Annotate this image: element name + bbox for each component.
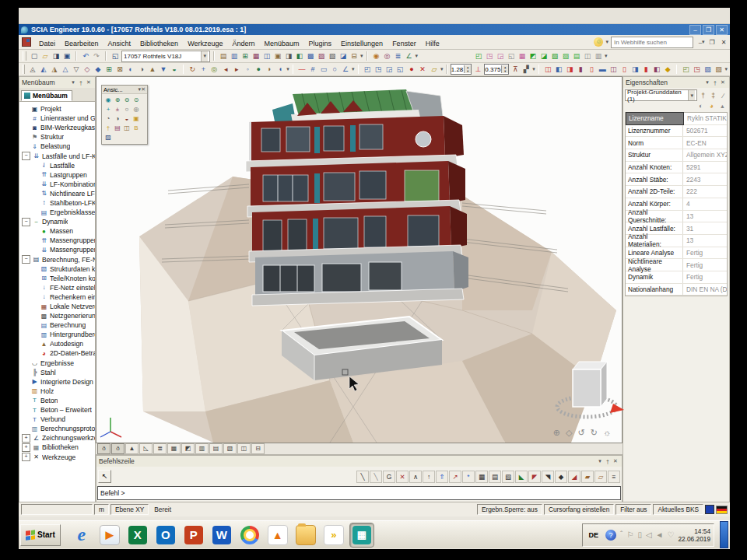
tree-item[interactable]: ⊞ Teile/Knoten koppeln [19,274,95,283]
modeling-toolbar-icon[interactable]: ⊞ [103,65,114,75]
tree-item[interactable]: ⇅ Nichtlineare LF-Komb [19,189,95,198]
snap-mode-icon[interactable]: ╲ [356,471,369,483]
load-toolbar-icon[interactable]: ◫ [542,65,553,75]
tree-item[interactable]: ⇊ Massengruppen-Kon [19,245,95,254]
menu-item[interactable]: Werkzeuge [183,38,227,49]
start-button[interactable]: Start [20,524,61,546]
toolbar-overflow-icon[interactable]: ▾ [286,66,289,72]
modeling-toolbar-icon[interactable]: ◐ [125,65,136,75]
view-tab-icon[interactable]: ▤ [209,443,223,454]
property-row[interactable]: Lizenzname Rykln STATIK [626,113,727,125]
tree-expander[interactable] [31,322,38,329]
result-display-icon[interactable]: ◪ [538,51,549,61]
tree-item[interactable]: ↕ Stahlbeton-LFK [19,198,95,208]
undo-redo-icon[interactable]: ↶ [80,51,91,61]
library-toolbar-icon[interactable]: ▩ [305,51,316,61]
property-value[interactable]: 31 [683,225,727,233]
property-row[interactable]: Anzahl Knoten: 5291 [626,162,727,174]
modeling-toolbar-icon[interactable]: ▽ [71,65,82,75]
panel-close-icon[interactable]: ✕ [719,79,727,86]
tree-item[interactable]: ▩ Netzgenerierung [19,311,95,320]
taskbar-app-icon[interactable]: ▶ [98,523,121,547]
tree-expander[interactable] [22,397,29,404]
web-help-search-input[interactable] [612,39,702,46]
tree-expander[interactable]: − [22,152,30,160]
property-group-selector[interactable]: Projekt-Grunddaten (1) ▾ [625,89,697,101]
menu-item[interactable]: Datei [34,38,60,49]
result-display-icon[interactable]: ◩ [528,51,538,61]
tree-expander[interactable] [22,106,29,113]
tree-expander[interactable] [31,190,38,197]
snap-mode-icon[interactable]: ◥ [542,471,554,483]
toolbar-overflow-icon[interactable]: ▾ [440,66,444,72]
property-tool-icon[interactable]: ∕ [719,92,728,100]
viewport-nav-icon[interactable]: ↻ [591,428,598,438]
toolbar-grip[interactable] [23,65,25,74]
menu-item[interactable]: Menübaum [260,38,304,49]
snap-mode-icon[interactable]: ▧ [502,471,514,483]
library-toolbar-icon[interactable]: ◫ [261,51,272,61]
view-tab-icon[interactable]: ◩ [181,443,195,454]
minimize-button[interactable]: – [689,25,701,35]
property-tool-icon[interactable]: † [699,92,707,100]
panel-dropdown-icon[interactable]: ▾ [596,458,604,464]
property-value[interactable]: 5291 [683,163,727,171]
load-toolbar-icon[interactable]: ▮ [640,65,651,75]
view-tool-icon[interactable]: ◉ [103,96,113,105]
tree-item[interactable]: ▧ Strukturdaten kontr [19,264,95,274]
modeling-toolbar-icon[interactable]: ⊠ [114,65,125,75]
tree-expander[interactable] [31,265,38,272]
tree-expander[interactable] [22,387,29,394]
status-toggle[interactable]: Aktuelles BKS [653,504,703,515]
tree-item[interactable]: ⚑ Struktur [19,132,95,142]
tray-icon[interactable]: ♡ [668,530,675,539]
result-display-icon[interactable]: ▦ [517,51,528,61]
viewport-nav-icon[interactable]: ◇ [566,428,572,438]
library-toolbar-icon[interactable]: ▦ [251,51,261,61]
view-tool-icon[interactable]: ◑ [113,114,122,124]
tree-item[interactable]: ↓ Rechenkern einstelle [19,292,95,302]
tree-item[interactable]: ⇈ Massengruppen [19,236,95,245]
load-toolbar-icon[interactable]: ◧ [651,65,662,75]
tree-expander[interactable] [22,124,29,131]
property-tool-icon[interactable]: ◐ [696,102,705,110]
close-button[interactable]: ✕ [716,25,728,35]
tree-expander[interactable]: − [22,218,30,226]
view-tool-icon[interactable]: ▣ [132,114,141,124]
tree-expander[interactable] [31,303,38,310]
tray-icon[interactable]: ◁ [646,530,652,539]
snap-mode-icon[interactable]: ▱ [594,471,607,483]
library-toolbar-icon[interactable]: ◨ [283,51,294,61]
menu-item[interactable]: Bibliotheken [135,38,183,49]
status-toggle[interactable]: Cursorfang einstellen [544,504,614,515]
tree-item[interactable]: ▥ Holz [19,387,95,396]
view-tool-icon[interactable]: ◎ [132,105,141,114]
property-row[interactable]: Nationalanhang DIN EN NA (D... [626,284,727,296]
command-input[interactable]: Befehl > [97,486,621,500]
tree-expander[interactable] [31,237,38,244]
property-row[interactable]: Lizenznummer 502671 [626,125,727,138]
library-toolbar-icon[interactable]: ▤ [218,51,229,61]
load-toolbar-icon[interactable]: ▬ [597,65,608,75]
modeling-toolbar-icon[interactable]: ◭ [38,65,49,75]
view-tool-icon[interactable]: + [103,105,113,114]
property-row[interactable]: Norm EC-EN [626,137,727,149]
snap-mode-icon[interactable]: ≡ [608,471,620,483]
annotation-toolbar-icon[interactable]: ∠ [404,51,415,61]
property-value[interactable]: 502671 [683,127,727,135]
view-palette[interactable]: Ansic... ▾ ✕ ◉⊕⊖⊙+±○◎◔◑◒▣†▤◫B▨ [101,85,148,145]
snap-mode-icon[interactable]: ◢ [568,471,580,483]
modeling-toolbar-icon[interactable]: △ [60,65,71,75]
result-display-icon[interactable]: ▤ [571,51,582,61]
tree-item[interactable]: ↓ FE-Netz einstellen [19,283,95,292]
taskbar-app-icon[interactable] [294,523,317,547]
web-help-search[interactable]: ▾ [611,37,693,48]
spinner-arrows[interactable]: ▲▼ [464,65,471,73]
view-tool-icon[interactable]: ◫ [122,124,132,133]
mdi-document-icon[interactable] [22,37,31,47]
snap-mode-icon[interactable]: * [462,471,475,483]
restore-button[interactable]: ❐ [703,25,714,35]
view-tool-icon[interactable]: ▨ [103,133,113,142]
tree-item[interactable]: − ⇊ Lastfälle und LF-Kombin [19,151,95,160]
property-value[interactable]: 222 [683,187,727,195]
